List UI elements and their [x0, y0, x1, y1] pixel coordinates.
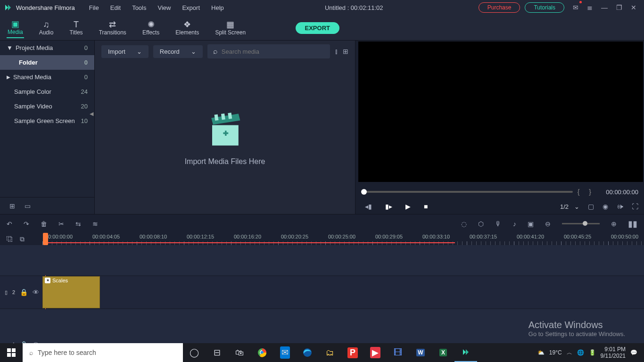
redo-button[interactable]: ↷: [24, 220, 29, 228]
collapse-handle-icon[interactable]: ◀: [90, 111, 93, 117]
record-dropdown[interactable]: Record⌄: [153, 45, 203, 58]
preview-scrubber[interactable]: [361, 191, 573, 193]
timeline-ruler[interactable]: 00:00:00:00 00:00:04:05 00:00:08:10 00:0…: [42, 233, 644, 245]
tab-audio[interactable]: ♫Audio: [38, 18, 55, 38]
maximize-button[interactable]: ❐: [612, 2, 626, 13]
display-settings-icon[interactable]: ▢: [588, 203, 594, 210]
weather-temp[interactable]: 19°C: [549, 349, 562, 356]
system-clock[interactable]: 9:01 PM 9/11/2021: [601, 346, 626, 359]
lock-icon[interactable]: 🔒: [20, 288, 28, 296]
render-region-marker[interactable]: [45, 242, 455, 243]
tab-split-screen[interactable]: ▦Split Screen: [214, 18, 247, 38]
tab-elements[interactable]: ❖Elements: [174, 18, 200, 38]
chevron-down-icon: ⌄: [137, 48, 142, 55]
mark-out-button[interactable]: }: [589, 188, 591, 196]
task-view-icon[interactable]: ◯: [183, 343, 206, 362]
marker-icon[interactable]: ⬡: [478, 220, 484, 228]
play-forward-button[interactable]: ▮▸: [385, 203, 392, 210]
taskbar-video-editor-icon[interactable]: 🎞: [387, 343, 409, 362]
undo-button[interactable]: ↶: [7, 220, 12, 228]
eye-icon[interactable]: 👁: [33, 288, 39, 296]
sidebar-item-sample-video[interactable]: Sample Video20: [0, 99, 94, 114]
tab-titles[interactable]: TTitles: [68, 18, 83, 38]
sidebar-item-project-media[interactable]: ▼Project Media0: [0, 41, 94, 55]
taskbar-search[interactable]: ⌕ Type here to search: [23, 343, 183, 362]
tab-transitions[interactable]: ⇄Transitions: [98, 18, 127, 38]
zoom-in-icon[interactable]: ⊕: [611, 220, 617, 228]
edit-properties-icon[interactable]: ⇆: [75, 220, 81, 228]
zoom-out-icon[interactable]: ⊖: [545, 220, 551, 228]
messages-icon[interactable]: ✉: [569, 2, 582, 13]
notifications-icon[interactable]: 💬: [630, 349, 637, 356]
timeline[interactable]: ⿻ ⧉ 00:00:00:00 00:00:04:05 00:00:08:10 …: [0, 233, 644, 362]
render-preview-icon[interactable]: ◌: [461, 220, 467, 228]
sidebar-item-folder[interactable]: Folder0: [0, 55, 94, 70]
taskbar-chrome-icon[interactable]: [251, 343, 273, 362]
sidebar-item-sample-color[interactable]: Sample Color24: [0, 84, 94, 99]
taskbar-word-icon[interactable]: W: [409, 343, 432, 362]
step-back-button[interactable]: ◂▮: [365, 203, 372, 210]
start-button[interactable]: [0, 348, 23, 357]
preview-quality-dropdown[interactable]: 1/2⌄: [560, 203, 579, 210]
list-icon[interactable]: ≣: [583, 2, 596, 13]
taskbar-edge-icon[interactable]: [296, 343, 319, 362]
play-button[interactable]: ▶: [405, 203, 411, 210]
sidebar-item-shared-media[interactable]: ▶Shared Media0: [0, 70, 94, 84]
split-button[interactable]: ✂: [58, 220, 64, 228]
taskbar-store-icon[interactable]: 🛍: [228, 343, 251, 362]
taskbar-mail-icon[interactable]: ✉: [273, 343, 296, 362]
new-folder-icon[interactable]: ⊞: [9, 202, 15, 210]
voiceover-icon[interactable]: 🎙: [495, 220, 502, 228]
sidebar-item-sample-green-screen[interactable]: Sample Green Screen10: [0, 114, 94, 128]
track-options-icon[interactable]: ⿻: [7, 235, 13, 243]
folder-options-icon[interactable]: ▭: [25, 202, 31, 210]
network-icon[interactable]: 🌐: [577, 349, 584, 356]
menu-file[interactable]: File: [83, 2, 105, 13]
timeline-settings-icon[interactable]: ▮▮: [628, 219, 637, 229]
export-button[interactable]: EXPORT: [296, 22, 339, 34]
weather-icon[interactable]: ⛅: [537, 349, 545, 356]
battery-icon[interactable]: 🔋: [589, 349, 596, 356]
search-media-field[interactable]: ⌕: [207, 44, 330, 58]
taskbar-app-p-icon[interactable]: P: [341, 343, 364, 362]
tutorials-button[interactable]: Tutorials: [525, 2, 564, 13]
snapshot-icon[interactable]: ◉: [603, 203, 608, 210]
delete-button[interactable]: 🗑: [41, 220, 47, 228]
grid-view-icon[interactable]: ⊞: [343, 48, 348, 55]
menu-help[interactable]: Help: [206, 2, 230, 13]
import-dropdown[interactable]: Import⌄: [101, 45, 149, 58]
crop-icon[interactable]: ▣: [528, 220, 534, 228]
taskbar-app-red-icon[interactable]: ▶: [364, 343, 387, 362]
timeline-toolbar: ↶ ↷ 🗑 ✂ ⇆ ≋ ◌ ⬡ 🎙 ♪ ▣ ⊖ ⊕ ▮▮: [0, 214, 644, 233]
audio-mixer-icon[interactable]: ♪: [513, 220, 516, 228]
minimize-button[interactable]: —: [597, 2, 611, 13]
tab-effects[interactable]: ✺Effects: [141, 18, 160, 38]
taskbar-excel-icon[interactable]: X: [432, 343, 454, 362]
zoom-slider[interactable]: [562, 223, 600, 224]
preview-viewport[interactable]: [358, 41, 643, 182]
taskbar-explorer-icon[interactable]: 🗂: [319, 343, 341, 362]
purchase-button[interactable]: Purchase: [479, 2, 520, 13]
stop-button[interactable]: ■: [424, 203, 428, 210]
menu-tools[interactable]: Tools: [126, 2, 152, 13]
filter-icon[interactable]: ⫿: [335, 48, 338, 55]
menu-view[interactable]: View: [152, 2, 176, 13]
tab-media[interactable]: ▣Media: [7, 18, 24, 38]
mark-in-button[interactable]: {: [578, 188, 580, 196]
taskbar-widgets-icon[interactable]: ⊟: [206, 343, 228, 362]
close-button[interactable]: ✕: [627, 2, 640, 13]
menu-export[interactable]: Export: [176, 2, 206, 13]
search-input[interactable]: [222, 48, 324, 55]
tray-chevron-icon[interactable]: ︿: [567, 349, 572, 357]
media-drop-zone[interactable]: Import Media Files Here: [95, 62, 355, 214]
taskbar-filmora-icon[interactable]: [454, 343, 477, 362]
timeline-clip-scales[interactable]: ★ Scales: [42, 276, 100, 308]
volume-icon[interactable]: 🕪: [617, 203, 623, 210]
menu-edit[interactable]: Edit: [105, 2, 126, 13]
favorite-star-icon[interactable]: ★: [45, 278, 50, 283]
video-track-2[interactable]: ▯2 🔒 👁 ★ Scales: [0, 276, 644, 308]
audio-waveform-icon[interactable]: ≋: [92, 220, 98, 228]
taskbar-search-placeholder: Type here to search: [38, 349, 96, 356]
link-icon[interactable]: ⧉: [20, 235, 25, 243]
fullscreen-icon[interactable]: ⛶: [632, 203, 638, 210]
